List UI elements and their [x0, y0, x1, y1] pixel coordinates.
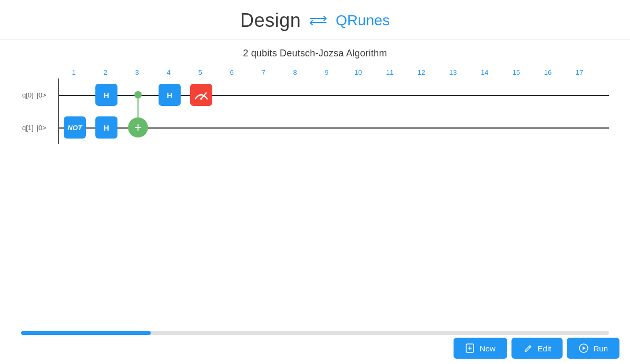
cnot-target-q1[interactable]: +: [128, 117, 148, 137]
qubit-row-q1: q[1] |0> NOT H +: [59, 111, 609, 144]
qubit-state-q1: |0>: [37, 124, 46, 132]
qubit-name-q0: q[0]: [22, 91, 34, 99]
col-num-16: 16: [532, 68, 564, 76]
progress-bar-fill: [21, 331, 151, 335]
new-button[interactable]: New: [454, 338, 507, 359]
col-num-7: 7: [248, 68, 279, 76]
col-num-2: 2: [90, 68, 121, 76]
col-num-6: 6: [216, 68, 248, 76]
header: Design QRunes: [0, 0, 630, 40]
gate-h-q0-col2[interactable]: H: [95, 84, 117, 106]
col-num-17: 17: [564, 68, 595, 76]
circuit-title: 2 qubits Deutsch-Jozsa Algorithm: [21, 48, 609, 59]
new-label: New: [480, 344, 496, 353]
run-icon: [578, 343, 589, 353]
new-icon: [465, 343, 476, 353]
col-num-1: 1: [58, 68, 90, 76]
gate-not-q1[interactable]: NOT: [64, 116, 86, 139]
qrunes-title[interactable]: QRunes: [336, 12, 390, 29]
footer-buttons: New Edit Run: [439, 332, 630, 364]
qubit-row-q0: q[0] |0> H H: [59, 78, 609, 111]
switch-icon[interactable]: [309, 15, 327, 26]
edit-label: Edit: [538, 344, 552, 353]
col-num-9: 9: [311, 68, 342, 76]
col-num-12: 12: [406, 68, 437, 76]
edit-button[interactable]: Edit: [511, 338, 563, 359]
svg-point-1: [200, 98, 202, 100]
col-num-14: 14: [469, 68, 500, 76]
col-num-11: 11: [374, 68, 406, 76]
circuit-area: 2 qubits Deutsch-Jozsa Algorithm 1234567…: [0, 40, 630, 144]
col-num-15: 15: [500, 68, 532, 76]
gate-h-q1-col2[interactable]: H: [95, 116, 117, 139]
column-numbers: 1234567891011121314151617: [58, 68, 609, 76]
svg-line-0: [201, 93, 206, 99]
edit-icon: [523, 343, 534, 353]
col-num-5: 5: [184, 68, 216, 76]
col-num-8: 8: [279, 68, 311, 76]
cnot-control-q0[interactable]: [134, 91, 142, 99]
col-num-13: 13: [437, 68, 469, 76]
run-button[interactable]: Run: [567, 338, 619, 359]
svg-line-5: [529, 347, 530, 348]
page-title: Design: [240, 9, 301, 32]
gate-measure-q0[interactable]: [190, 84, 212, 106]
col-num-10: 10: [342, 68, 374, 76]
run-label: Run: [593, 344, 608, 353]
gate-h-q0-col4[interactable]: H: [159, 84, 181, 106]
qubit-label-q0: q[0] |0>: [22, 91, 56, 99]
qubit-label-q1: q[1] |0>: [22, 124, 56, 132]
qubit-state-q0: |0>: [37, 91, 46, 99]
col-num-4: 4: [153, 68, 184, 76]
col-num-3: 3: [121, 68, 153, 76]
qubit-rows: q[0] |0> H H q[1]: [58, 78, 609, 144]
qubit-name-q1: q[1]: [22, 124, 34, 132]
